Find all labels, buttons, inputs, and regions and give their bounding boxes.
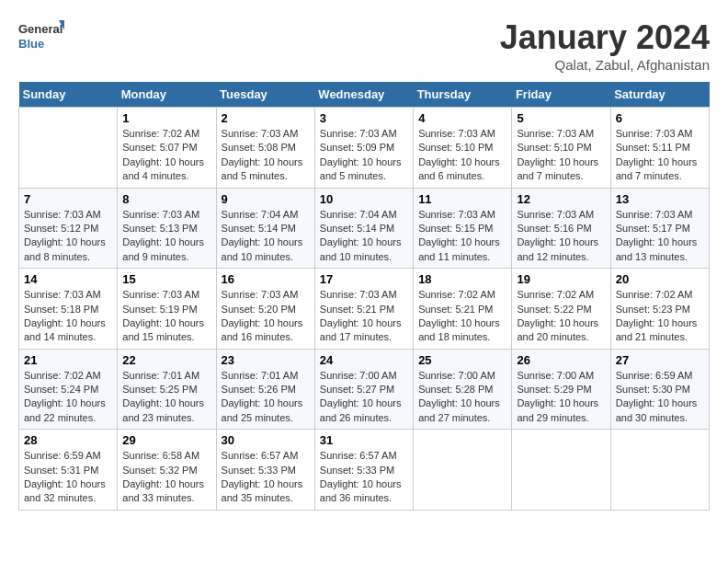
calendar-cell: 28Sunrise: 6:59 AM Sunset: 5:31 PM Dayli… xyxy=(19,430,118,511)
calendar-cell: 5Sunrise: 7:03 AM Sunset: 5:10 PM Daylig… xyxy=(512,108,610,189)
day-number: 18 xyxy=(418,272,506,286)
day-info: Sunrise: 6:58 AM Sunset: 5:32 PM Dayligh… xyxy=(122,449,210,506)
day-number: 13 xyxy=(616,192,704,206)
day-info: Sunrise: 7:03 AM Sunset: 5:10 PM Dayligh… xyxy=(418,127,506,184)
day-number: 8 xyxy=(122,192,210,206)
calendar-cell: 7Sunrise: 7:03 AM Sunset: 5:12 PM Daylig… xyxy=(19,188,118,269)
day-number: 7 xyxy=(24,192,112,206)
day-info: Sunrise: 7:03 AM Sunset: 5:21 PM Dayligh… xyxy=(320,288,408,345)
calendar-cell: 18Sunrise: 7:02 AM Sunset: 5:21 PM Dayli… xyxy=(414,269,512,350)
day-info: Sunrise: 7:04 AM Sunset: 5:14 PM Dayligh… xyxy=(222,208,310,265)
day-info: Sunrise: 7:03 AM Sunset: 5:19 PM Dayligh… xyxy=(122,288,210,345)
day-info: Sunrise: 7:04 AM Sunset: 5:14 PM Dayligh… xyxy=(320,208,408,265)
day-number: 30 xyxy=(222,433,310,447)
day-info: Sunrise: 7:03 AM Sunset: 5:11 PM Dayligh… xyxy=(616,127,704,184)
day-info: Sunrise: 7:03 AM Sunset: 5:20 PM Dayligh… xyxy=(222,288,310,345)
weekday-header-thursday: Thursday xyxy=(414,82,512,108)
day-info: Sunrise: 7:03 AM Sunset: 5:12 PM Dayligh… xyxy=(24,208,112,265)
svg-text:General: General xyxy=(18,22,63,36)
calendar-cell: 6Sunrise: 7:03 AM Sunset: 5:11 PM Daylig… xyxy=(610,108,709,189)
calendar-cell: 26Sunrise: 7:00 AM Sunset: 5:29 PM Dayli… xyxy=(512,349,610,430)
weekday-header-sunday: Sunday xyxy=(19,82,118,108)
day-number: 23 xyxy=(222,353,310,367)
day-info: Sunrise: 7:02 AM Sunset: 5:23 PM Dayligh… xyxy=(616,288,704,345)
calendar-cell: 25Sunrise: 7:00 AM Sunset: 5:28 PM Dayli… xyxy=(414,349,512,430)
day-number: 12 xyxy=(517,192,605,206)
month-title: January 2024 xyxy=(500,18,710,57)
calendar-cell: 4Sunrise: 7:03 AM Sunset: 5:10 PM Daylig… xyxy=(414,108,512,189)
calendar-cell: 1Sunrise: 7:02 AM Sunset: 5:07 PM Daylig… xyxy=(118,108,216,189)
day-info: Sunrise: 7:00 AM Sunset: 5:28 PM Dayligh… xyxy=(418,369,506,426)
day-info: Sunrise: 7:00 AM Sunset: 5:29 PM Dayligh… xyxy=(517,369,605,426)
calendar-table: SundayMondayTuesdayWednesdayThursdayFrid… xyxy=(18,82,710,511)
calendar-cell: 11Sunrise: 7:03 AM Sunset: 5:15 PM Dayli… xyxy=(414,188,512,269)
day-number: 9 xyxy=(222,192,310,206)
day-info: Sunrise: 6:59 AM Sunset: 5:31 PM Dayligh… xyxy=(24,449,112,506)
day-info: Sunrise: 7:03 AM Sunset: 5:15 PM Dayligh… xyxy=(418,208,506,265)
day-info: Sunrise: 7:00 AM Sunset: 5:27 PM Dayligh… xyxy=(320,369,408,426)
calendar-cell: 13Sunrise: 7:03 AM Sunset: 5:17 PM Dayli… xyxy=(610,188,709,269)
day-info: Sunrise: 7:03 AM Sunset: 5:13 PM Dayligh… xyxy=(122,208,210,265)
day-info: Sunrise: 6:57 AM Sunset: 5:33 PM Dayligh… xyxy=(222,449,310,506)
day-number: 17 xyxy=(320,272,408,286)
calendar-cell: 14Sunrise: 7:03 AM Sunset: 5:18 PM Dayli… xyxy=(19,269,118,350)
day-info: Sunrise: 6:57 AM Sunset: 5:33 PM Dayligh… xyxy=(320,449,408,506)
calendar-cell xyxy=(19,108,118,189)
day-number: 27 xyxy=(616,353,704,367)
day-number: 10 xyxy=(320,192,408,206)
calendar-cell xyxy=(512,430,610,511)
day-number: 1 xyxy=(122,111,210,125)
day-info: Sunrise: 7:03 AM Sunset: 5:10 PM Dayligh… xyxy=(517,127,605,184)
calendar-cell: 30Sunrise: 6:57 AM Sunset: 5:33 PM Dayli… xyxy=(216,430,314,511)
calendar-cell: 29Sunrise: 6:58 AM Sunset: 5:32 PM Dayli… xyxy=(118,430,216,511)
calendar-cell: 31Sunrise: 6:57 AM Sunset: 5:33 PM Dayli… xyxy=(314,430,413,511)
calendar-cell: 9Sunrise: 7:04 AM Sunset: 5:14 PM Daylig… xyxy=(216,188,314,269)
day-info: Sunrise: 7:03 AM Sunset: 5:16 PM Dayligh… xyxy=(517,208,605,265)
calendar-cell: 20Sunrise: 7:02 AM Sunset: 5:23 PM Dayli… xyxy=(610,269,709,350)
day-info: Sunrise: 7:03 AM Sunset: 5:08 PM Dayligh… xyxy=(222,127,310,184)
day-number: 26 xyxy=(517,353,605,367)
weekday-header-friday: Friday xyxy=(512,82,610,108)
day-number: 2 xyxy=(222,111,310,125)
day-number: 24 xyxy=(320,353,408,367)
calendar-cell: 17Sunrise: 7:03 AM Sunset: 5:21 PM Dayli… xyxy=(314,269,413,350)
calendar-cell: 3Sunrise: 7:03 AM Sunset: 5:09 PM Daylig… xyxy=(314,108,413,189)
calendar-cell: 19Sunrise: 7:02 AM Sunset: 5:22 PM Dayli… xyxy=(512,269,610,350)
calendar-cell: 24Sunrise: 7:00 AM Sunset: 5:27 PM Dayli… xyxy=(314,349,413,430)
day-number: 19 xyxy=(517,272,605,286)
calendar-cell: 27Sunrise: 6:59 AM Sunset: 5:30 PM Dayli… xyxy=(610,349,709,430)
day-info: Sunrise: 7:03 AM Sunset: 5:17 PM Dayligh… xyxy=(616,208,704,265)
day-number: 25 xyxy=(418,353,506,367)
day-info: Sunrise: 7:02 AM Sunset: 5:21 PM Dayligh… xyxy=(418,288,506,345)
day-info: Sunrise: 7:02 AM Sunset: 5:07 PM Dayligh… xyxy=(122,127,210,184)
day-info: Sunrise: 7:01 AM Sunset: 5:26 PM Dayligh… xyxy=(222,369,310,426)
calendar-cell: 8Sunrise: 7:03 AM Sunset: 5:13 PM Daylig… xyxy=(118,188,216,269)
day-number: 31 xyxy=(320,433,408,447)
day-number: 4 xyxy=(418,111,506,125)
page-header: General Blue January 2024 Qalat, Zabul, … xyxy=(18,18,710,73)
day-number: 22 xyxy=(122,353,210,367)
day-number: 5 xyxy=(517,111,605,125)
day-number: 20 xyxy=(616,272,704,286)
day-info: Sunrise: 7:02 AM Sunset: 5:24 PM Dayligh… xyxy=(24,369,112,426)
weekday-header-monday: Monday xyxy=(118,82,216,108)
calendar-cell: 15Sunrise: 7:03 AM Sunset: 5:19 PM Dayli… xyxy=(118,269,216,350)
svg-text:Blue: Blue xyxy=(18,37,44,51)
title-block: January 2024 Qalat, Zabul, Afghanistan xyxy=(500,18,710,73)
calendar-cell: 22Sunrise: 7:01 AM Sunset: 5:25 PM Dayli… xyxy=(118,349,216,430)
day-number: 6 xyxy=(616,111,704,125)
day-number: 15 xyxy=(122,272,210,286)
day-number: 3 xyxy=(320,111,408,125)
calendar-cell: 10Sunrise: 7:04 AM Sunset: 5:14 PM Dayli… xyxy=(314,188,413,269)
day-info: Sunrise: 6:59 AM Sunset: 5:30 PM Dayligh… xyxy=(616,369,704,426)
calendar-cell: 2Sunrise: 7:03 AM Sunset: 5:08 PM Daylig… xyxy=(216,108,314,189)
logo: General Blue xyxy=(18,18,64,55)
day-number: 11 xyxy=(418,192,506,206)
day-info: Sunrise: 7:03 AM Sunset: 5:09 PM Dayligh… xyxy=(320,127,408,184)
calendar-cell: 23Sunrise: 7:01 AM Sunset: 5:26 PM Dayli… xyxy=(216,349,314,430)
day-number: 21 xyxy=(24,353,112,367)
day-number: 14 xyxy=(24,272,112,286)
weekday-header-tuesday: Tuesday xyxy=(216,82,314,108)
calendar-cell xyxy=(610,430,709,511)
calendar-cell: 16Sunrise: 7:03 AM Sunset: 5:20 PM Dayli… xyxy=(216,269,314,350)
